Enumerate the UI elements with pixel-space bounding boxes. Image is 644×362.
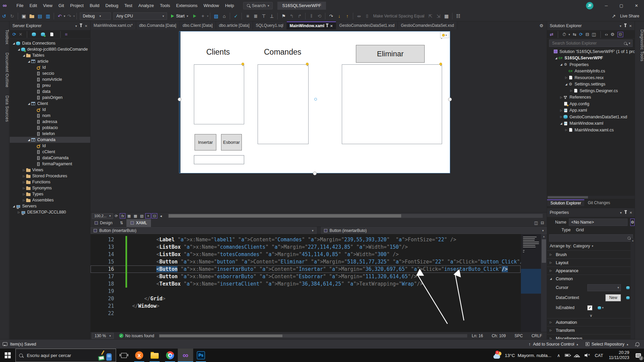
connect-server-icon[interactable]	[41, 32, 45, 37]
lightbulb-icon[interactable]	[241, 63, 244, 65]
add-to-source-control-button[interactable]: ↑ Add to Source Control ▴	[529, 342, 578, 347]
tree-item-desktop-jccl880-gestiocomande[interactable]: ◢desktop-jccl880.GestioComande	[10, 46, 90, 52]
pending-changes-filter-icon[interactable]: ⏱	[562, 32, 566, 37]
collapsed-arrow-icon[interactable]: ▷	[559, 96, 563, 99]
show-hidden-icons-chevron[interactable]: ∧	[555, 349, 563, 362]
tree-item-servers[interactable]: ◢Servers	[10, 203, 90, 209]
scroll-left-icon[interactable]: ◂	[158, 213, 164, 219]
designer-listbox-totes[interactable]	[342, 64, 442, 144]
snapline-icon[interactable]: ⌖	[145, 213, 151, 219]
tree-item-paisorigen[interactable]: paisOrigen	[10, 95, 90, 101]
save-all-icon[interactable]: ▥	[44, 12, 52, 20]
expanded-arrow-icon[interactable]: ◢	[17, 48, 21, 51]
chevron-down-icon[interactable]: ▾	[620, 211, 622, 215]
anchor-adorner[interactable]	[314, 98, 317, 101]
solution-search-input[interactable]	[551, 41, 624, 46]
expanded-arrow-icon[interactable]: ◢	[564, 83, 568, 86]
tree-item-article[interactable]: ◢article	[10, 58, 90, 64]
collapse-all-icon[interactable]: ⊟	[585, 32, 589, 37]
expanded-arrow-icon[interactable]: ◢	[554, 57, 558, 60]
stop-refresh-icon[interactable]: ✕	[19, 32, 22, 37]
section-layout[interactable]: ▷Layout	[547, 258, 635, 266]
expanded-arrow-icon[interactable]: ◢	[27, 60, 31, 63]
collapsed-arrow-icon[interactable]: ▷	[559, 115, 563, 118]
next-bookmark-icon[interactable]: ↱	[296, 12, 303, 20]
refresh-icon[interactable]: ⟳	[579, 32, 583, 37]
tree-item-nomarticle[interactable]: nomArticle	[10, 76, 90, 82]
wrench-icon[interactable]: ⚙	[610, 32, 614, 37]
expanded-arrow-icon[interactable]: ◢	[27, 138, 31, 141]
tree-item-preu[interactable]: preu	[10, 82, 90, 88]
sync-selection-icon[interactable]: ⇆	[573, 32, 577, 37]
tree-item-settings-designer-cs[interactable]: ▷Settings.Designer.cs	[547, 87, 635, 94]
minimize-button[interactable]: ─	[599, 0, 614, 11]
menu-tools[interactable]: Tools	[157, 0, 173, 11]
align-tops-icon[interactable]: ⊤	[260, 12, 267, 20]
side-tab-diagnostic-tools[interactable]: Diagnostic Tools	[635, 26, 644, 61]
new-datacontext-button[interactable]: New	[605, 294, 621, 301]
show-effects-icon[interactable]: fx	[120, 213, 125, 219]
designer-hscrollbar[interactable]	[168, 214, 543, 218]
menu-file[interactable]: File	[13, 0, 26, 11]
tree-item-mainwindow-xaml-cs[interactable]: ▷MainWindow.xaml.cs	[547, 127, 635, 133]
avatar[interactable]: JF	[586, 2, 593, 9]
menu-help[interactable]: Help	[222, 0, 237, 11]
collapsed-arrow-icon[interactable]: ▷	[22, 193, 26, 196]
section-appearance[interactable]: ▷Appearance	[547, 266, 635, 275]
code-line-15[interactable]: 15 <Button "a">x:Name="button" "a">Conte…	[91, 258, 521, 265]
wifi-icon[interactable]	[572, 349, 582, 362]
code-line-13[interactable]: 13 <ListBox "a">x:Name="comandesClients"…	[91, 243, 521, 251]
tree-item-id[interactable]: Id	[10, 64, 90, 70]
live-share-label[interactable]: Live Share	[620, 14, 639, 18]
tree-item-data[interactable]: data	[10, 88, 90, 95]
tree-item-views[interactable]: ▷Views	[10, 167, 90, 173]
pause-icon[interactable]: ‖	[308, 12, 315, 20]
line-indicator[interactable]: Ln: 16	[472, 334, 483, 338]
section-transform[interactable]: ▷Transform	[547, 326, 635, 334]
tab-mainwindow-xaml[interactable]: MainWindow.xaml✕	[287, 21, 336, 29]
side-tab-toolbox[interactable]: Toolbox	[0, 26, 9, 45]
lightbulb-icon[interactable]	[439, 63, 442, 65]
eol-indicator[interactable]: CRLF	[532, 334, 542, 338]
code-line-22[interactable]: 22	[91, 310, 521, 317]
spaces-indicator[interactable]: SPC	[515, 334, 523, 338]
editor-hscrollbar[interactable]	[159, 334, 467, 338]
align-lefts-icon[interactable]: ≡	[244, 12, 251, 20]
tree-item-settings-settings[interactable]: ◢⚙Settings.settings	[547, 81, 635, 88]
sync-active-document-icon[interactable]: ⊡	[618, 32, 623, 37]
resize-handle-bottom[interactable]	[313, 172, 317, 175]
collapsed-arrow-icon[interactable]: ▷	[17, 211, 21, 214]
code-line-18[interactable]: 18 <TextBox "a">x:Name="insertaClient" "…	[91, 280, 521, 288]
tree-item-seccio[interactable]: seccio	[10, 70, 90, 76]
tab-options-gear-icon[interactable]: ⚙	[536, 21, 547, 29]
close-icon[interactable]: ✕	[629, 24, 632, 28]
pin-icon[interactable]	[625, 211, 626, 214]
properties-view-wrench-icon[interactable]: ⚙	[630, 219, 635, 226]
search-box[interactable]: Search ▾	[243, 2, 273, 9]
prev-bookmark-icon[interactable]: ↰	[288, 12, 295, 20]
start-debug-button[interactable]: Start ▾	[168, 12, 191, 20]
breadcrumb-right[interactable]: Button (insertarButo) ▾	[321, 227, 547, 234]
taskbar-app-xampp[interactable]: X	[131, 349, 147, 362]
refresh-designer-icon[interactable]: ⟳	[113, 213, 119, 219]
bookmark-icon[interactable]: ⚑	[280, 12, 287, 20]
connect-database-icon[interactable]	[32, 32, 36, 37]
snap-grid-icon[interactable]: ▩	[132, 213, 138, 219]
notifications-bell-icon[interactable]	[636, 342, 639, 345]
battery-icon[interactable]	[562, 349, 572, 362]
hierarchy-icon[interactable]: ⌗	[65, 32, 67, 37]
tree-item-references[interactable]: ▷References	[547, 94, 635, 101]
designer-zoom-dropdown[interactable]: 100,2...▾	[92, 213, 113, 219]
collapse-pane-icon[interactable]: ⊟	[541, 221, 544, 225]
switch-views-icon[interactable]: ⇄	[550, 32, 553, 37]
open-folder-icon[interactable]	[28, 12, 36, 20]
code-line-12[interactable]: 12 <Label "a">x:Name="label1" "a">Conten…	[91, 236, 521, 243]
menu-view[interactable]: View	[40, 0, 55, 11]
menu-extensions[interactable]: Extensions	[173, 0, 201, 11]
tree-item-assemblies[interactable]: ▷Assemblies	[10, 197, 90, 203]
feedback-tool-icon[interactable]: ☷	[454, 12, 462, 20]
tab-mainwindow-xaml-cs[interactable]: MainWindow.xaml.cs*	[91, 21, 136, 29]
zoom-fit-icon[interactable]: ▧	[139, 213, 145, 219]
code-line-17[interactable]: 17 <Button "a">x:Name="esborrarButo" "a"…	[91, 273, 521, 280]
new-project-icon[interactable]: ▣	[20, 12, 28, 20]
